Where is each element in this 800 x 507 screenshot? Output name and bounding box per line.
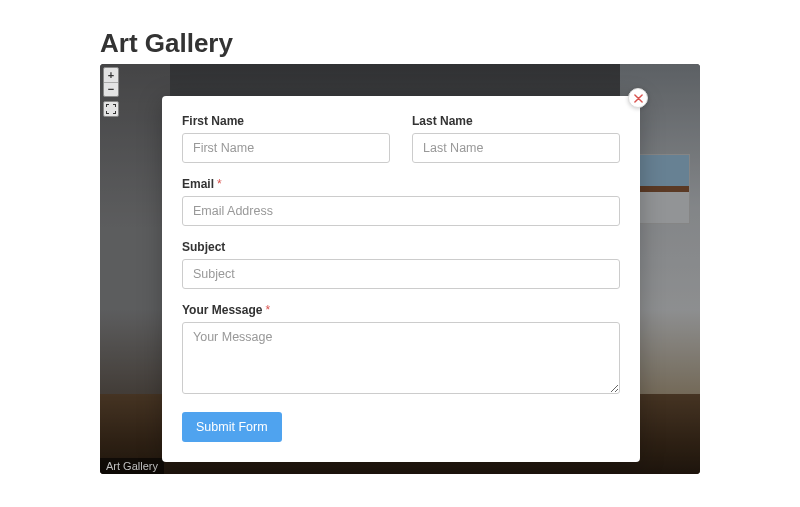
viewer-caption: Art Gallery [100, 458, 164, 474]
first-name-input[interactable] [182, 133, 390, 163]
fullscreen-button[interactable] [103, 101, 119, 117]
subject-label: Subject [182, 240, 620, 254]
subject-input[interactable] [182, 259, 620, 289]
message-label: Your Message* [182, 303, 620, 317]
zoom-controls: + − [103, 67, 119, 97]
last-name-label: Last Name [412, 114, 620, 128]
email-label: Email* [182, 177, 620, 191]
submit-button[interactable]: Submit Form [182, 412, 282, 442]
first-name-label: First Name [182, 114, 390, 128]
close-icon [634, 89, 643, 107]
zoom-in-button[interactable]: + [104, 68, 118, 82]
zoom-out-button[interactable]: − [104, 82, 118, 96]
last-name-input[interactable] [412, 133, 620, 163]
close-button[interactable] [628, 88, 648, 108]
required-mark: * [217, 177, 222, 191]
message-textarea[interactable] [182, 322, 620, 394]
gallery-viewer[interactable]: + − Art Gallery First Name Last Name [100, 64, 700, 474]
contact-form-modal: First Name Last Name Email* Subject Your… [162, 96, 640, 462]
email-input[interactable] [182, 196, 620, 226]
fullscreen-icon [106, 100, 116, 118]
page-title: Art Gallery [100, 28, 800, 59]
required-mark: * [265, 303, 270, 317]
